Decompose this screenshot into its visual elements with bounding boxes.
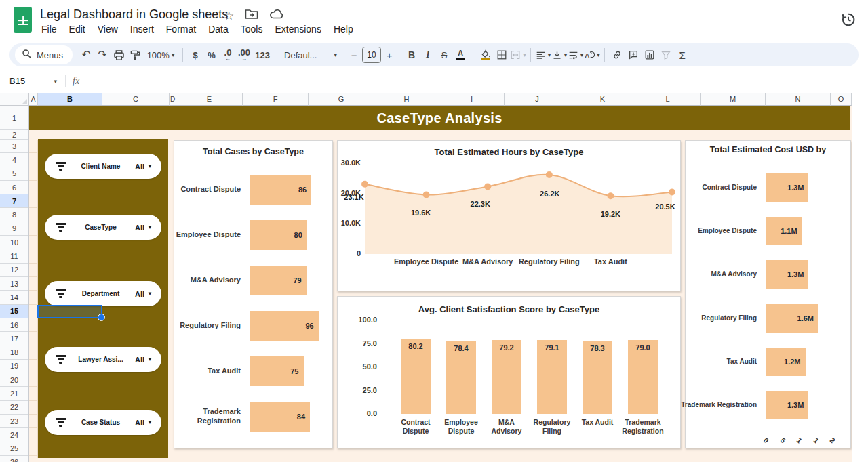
merge-cells-button[interactable]: ▾ bbox=[510, 46, 526, 64]
filter-value-dropdown[interactable]: All▼ bbox=[135, 356, 153, 364]
sheets-logo-icon[interactable] bbox=[14, 7, 32, 33]
print-button[interactable] bbox=[111, 46, 127, 64]
move-folder-icon[interactable] bbox=[245, 9, 258, 22]
star-icon[interactable]: ☆ bbox=[224, 10, 234, 22]
menu-item-data[interactable]: Data bbox=[202, 22, 235, 36]
menus-search-button[interactable]: Menus bbox=[15, 45, 73, 64]
column-header-O[interactable]: O bbox=[831, 93, 852, 106]
column-header-A[interactable]: A bbox=[29, 93, 38, 106]
filter-value-dropdown[interactable]: All▼ bbox=[135, 290, 153, 298]
row-header-21[interactable]: 21 bbox=[0, 387, 28, 400]
undo-button[interactable]: ↶ bbox=[78, 46, 94, 64]
filter-department[interactable]: DepartmentAll▼ bbox=[45, 281, 161, 306]
row-header-10[interactable]: 10 bbox=[0, 236, 28, 249]
column-header-E[interactable]: E bbox=[176, 93, 243, 106]
insert-comment-button[interactable] bbox=[625, 46, 642, 64]
menu-item-file[interactable]: File bbox=[35, 22, 63, 36]
document-title[interactable]: Legal Dashboard in Google sheets bbox=[40, 7, 228, 22]
menu-item-view[interactable]: View bbox=[92, 22, 124, 36]
filter-value-dropdown[interactable]: All▼ bbox=[135, 224, 153, 232]
column-header-C[interactable]: C bbox=[102, 93, 170, 106]
column-header-K[interactable]: K bbox=[570, 93, 635, 106]
row-header-23[interactable]: 23 bbox=[0, 415, 28, 428]
row-header-4[interactable]: 4 bbox=[0, 153, 28, 167]
chart-card-total-cases[interactable]: Total Cases by CaseType Contract Dispute… bbox=[174, 140, 333, 448]
row-header-26[interactable]: 26 bbox=[0, 456, 28, 462]
column-header-L[interactable]: L bbox=[635, 93, 701, 106]
row-header-5[interactable]: 5 bbox=[0, 167, 28, 181]
text-wrap-button[interactable]: ▾ bbox=[568, 46, 584, 64]
horizontal-align-button[interactable]: ▾ bbox=[535, 46, 551, 64]
insert-link-button[interactable] bbox=[609, 46, 625, 64]
row-header-24[interactable]: 24 bbox=[0, 428, 28, 442]
chart-card-estimated-hours[interactable]: Total Estimated Hours by CaseType 30.0K2… bbox=[337, 140, 681, 291]
column-header-F[interactable]: F bbox=[243, 93, 309, 106]
column-header-G[interactable]: G bbox=[309, 93, 374, 106]
bold-button[interactable]: B bbox=[403, 46, 420, 64]
row-header-2[interactable]: 2 bbox=[0, 130, 28, 140]
row-header-20[interactable]: 20 bbox=[0, 373, 28, 387]
functions-button[interactable]: Σ bbox=[674, 46, 690, 64]
font-family-select[interactable]: Defaul...▾ bbox=[281, 46, 340, 64]
version-history-icon[interactable] bbox=[840, 11, 857, 28]
filter-lawyer-assi[interactable]: Lawyer Assi...All▼ bbox=[45, 347, 161, 372]
row-header-7[interactable]: 7 bbox=[0, 194, 28, 208]
name-box[interactable]: B15 ▾ bbox=[0, 76, 61, 86]
paint-format-button[interactable] bbox=[127, 46, 143, 64]
row-header-11[interactable]: 11 bbox=[0, 249, 28, 263]
percent-format-button[interactable]: % bbox=[203, 46, 220, 64]
fill-color-button[interactable] bbox=[477, 46, 494, 64]
row-header-13[interactable]: 13 bbox=[0, 277, 28, 291]
column-header-N[interactable]: N bbox=[766, 93, 831, 106]
menu-item-extensions[interactable]: Extensions bbox=[269, 22, 327, 36]
filter-case-status[interactable]: Case StatusAll▼ bbox=[45, 410, 161, 435]
column-header-I[interactable]: I bbox=[439, 93, 505, 106]
borders-button[interactable] bbox=[494, 46, 510, 64]
filter-casetype[interactable]: CaseTypeAll▼ bbox=[45, 215, 161, 240]
select-all-corner[interactable] bbox=[0, 93, 29, 106]
cloud-status-icon[interactable] bbox=[269, 9, 284, 22]
row-header-17[interactable]: 17 bbox=[0, 332, 28, 345]
font-size-input[interactable]: 10 bbox=[362, 47, 381, 63]
column-header-B[interactable]: B bbox=[38, 93, 102, 106]
filter-value-dropdown[interactable]: All▼ bbox=[135, 163, 153, 171]
strikethrough-button[interactable]: S bbox=[436, 46, 452, 64]
chart-card-estimated-cost[interactable]: Total Estimated Cost USD by Contract Dis… bbox=[685, 140, 851, 448]
menu-item-tools[interactable]: Tools bbox=[235, 22, 269, 36]
menu-item-insert[interactable]: Insert bbox=[124, 22, 160, 36]
currency-format-button[interactable]: $ bbox=[187, 46, 203, 64]
menu-item-help[interactable]: Help bbox=[328, 22, 359, 36]
vertical-align-button[interactable]: ▾ bbox=[551, 46, 568, 64]
filter-client-name[interactable]: Client NameAll▼ bbox=[45, 154, 161, 179]
row-header-15[interactable]: 15 bbox=[0, 305, 28, 318]
text-rotation-button[interactable]: A ▾ bbox=[584, 46, 600, 64]
increase-decimal-button[interactable]: .00→ bbox=[236, 46, 252, 64]
row-header-9[interactable]: 9 bbox=[0, 222, 28, 236]
redo-button[interactable]: ↷ bbox=[94, 46, 111, 64]
decrease-decimal-button[interactable]: .0← bbox=[220, 46, 236, 64]
row-header-6[interactable]: 6 bbox=[0, 181, 28, 194]
row-header-16[interactable]: 16 bbox=[0, 318, 28, 332]
column-header-H[interactable]: H bbox=[374, 93, 439, 106]
increase-font-size-button[interactable]: + bbox=[384, 46, 395, 64]
create-filter-button[interactable] bbox=[658, 46, 674, 64]
chart-card-satisfaction-score[interactable]: Avg. Client Satisfaction Score by CaseTy… bbox=[337, 296, 681, 448]
row-header-22[interactable]: 22 bbox=[0, 401, 28, 415]
column-header-J[interactable]: J bbox=[505, 93, 570, 106]
row-header-19[interactable]: 19 bbox=[0, 360, 28, 373]
row-header-18[interactable]: 18 bbox=[0, 345, 28, 359]
column-header-M[interactable]: M bbox=[701, 93, 766, 106]
italic-button[interactable]: I bbox=[420, 46, 436, 64]
column-header-D[interactable]: D bbox=[170, 93, 176, 106]
number-format-button[interactable]: 123 bbox=[252, 46, 273, 64]
row-header-12[interactable]: 12 bbox=[0, 264, 28, 277]
insert-chart-button[interactable] bbox=[642, 46, 658, 64]
row-header-8[interactable]: 8 bbox=[0, 208, 28, 222]
row-header-1[interactable]: 1 bbox=[0, 106, 28, 130]
menu-item-edit[interactable]: Edit bbox=[63, 22, 92, 36]
zoom-control[interactable]: 100%▾ bbox=[143, 46, 178, 64]
text-color-button[interactable]: A bbox=[452, 46, 469, 64]
row-header-25[interactable]: 25 bbox=[0, 442, 28, 456]
row-header-3[interactable]: 3 bbox=[0, 140, 28, 153]
row-header-14[interactable]: 14 bbox=[0, 291, 28, 304]
